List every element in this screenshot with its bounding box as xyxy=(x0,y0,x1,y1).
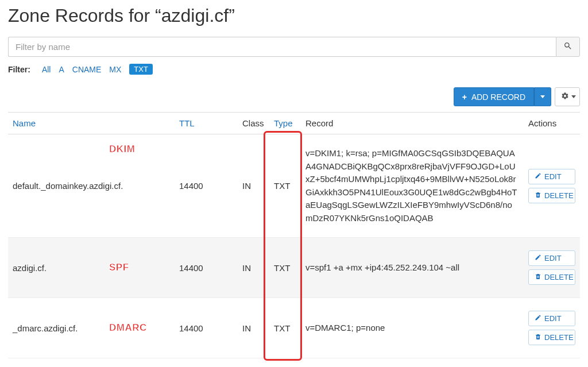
trash-icon xyxy=(535,273,541,281)
pencil-icon xyxy=(535,172,541,181)
table-row: _dmarc.azdigi.cf.DMARC14400INTXTv=DMARC1… xyxy=(8,298,580,358)
cell-ttl: 14400 xyxy=(175,238,238,298)
table-row: azdigi.cf.SPF14400INTXTv=spf1 +a +mx +ip… xyxy=(8,238,580,298)
records-table-wrap: Name TTL Class Type Record Actions defau… xyxy=(8,112,580,358)
cell-name: default._domainkey.azdigi.cf.DKIM xyxy=(8,134,175,238)
delete-label: DELETE xyxy=(544,191,574,200)
annotation-label: DKIM xyxy=(109,144,135,155)
delete-button[interactable]: DELETE xyxy=(528,188,575,203)
page-title: Zone Records for “azdigi.cf” xyxy=(8,5,580,26)
add-record-label: ADD RECORD xyxy=(471,92,525,102)
cell-type: TXT xyxy=(269,134,301,238)
col-ttl[interactable]: TTL xyxy=(175,113,238,134)
pencil-icon xyxy=(535,314,541,323)
record-name: _dmarc.azdigi.cf. xyxy=(13,323,78,333)
add-record-group: + ADD RECORD xyxy=(454,87,551,106)
cell-ttl: 14400 xyxy=(175,298,238,358)
cell-class: IN xyxy=(238,298,269,358)
delete-label: DELETE xyxy=(544,333,574,342)
plus-icon: + xyxy=(462,92,467,102)
filter-txt[interactable]: TXT xyxy=(129,64,153,75)
edit-button[interactable]: EDIT xyxy=(528,311,575,326)
record-name: default._domainkey.azdigi.cf. xyxy=(13,181,123,191)
col-type[interactable]: Type xyxy=(269,113,301,134)
cell-class: IN xyxy=(238,134,269,238)
add-record-button[interactable]: + ADD RECORD xyxy=(454,87,534,106)
filter-label: Filter: xyxy=(8,65,30,74)
record-name: azdigi.cf. xyxy=(13,263,47,273)
trash-icon xyxy=(535,191,541,200)
trash-icon xyxy=(535,333,541,342)
edit-button[interactable]: EDIT xyxy=(528,250,575,266)
edit-label: EDIT xyxy=(544,172,562,181)
cell-record: v=spf1 +a +mx +ip4:45.252.249.104 ~all xyxy=(301,238,524,298)
records-table: Name TTL Class Type Record Actions defau… xyxy=(8,112,580,358)
search-row xyxy=(8,37,580,57)
cell-type: TXT xyxy=(269,298,301,358)
col-name[interactable]: Name xyxy=(8,113,175,134)
filter-all[interactable]: All xyxy=(42,65,51,74)
col-class: Class xyxy=(238,113,269,134)
filter-mx[interactable]: MX xyxy=(109,65,121,74)
cell-record: v=DKIM1; k=rsa; p=MIGfMA0GCSqGSIb3DQEBAQ… xyxy=(301,134,524,238)
delete-button[interactable]: DELETE xyxy=(528,330,575,345)
caret-down-icon xyxy=(571,95,576,98)
edit-label: EDIT xyxy=(544,314,562,323)
cell-actions: EDITDELETE xyxy=(524,298,580,358)
annotation-label: DMARC xyxy=(109,322,147,334)
cell-name: azdigi.cf.SPF xyxy=(8,238,175,298)
filter-cname[interactable]: CNAME xyxy=(72,65,102,74)
col-record: Record xyxy=(301,113,524,134)
toolbar: + ADD RECORD xyxy=(8,87,580,106)
table-row: default._domainkey.azdigi.cf.DKIM14400IN… xyxy=(8,134,580,238)
cell-type: TXT xyxy=(269,238,301,298)
add-record-dropdown[interactable] xyxy=(534,87,551,106)
cell-actions: EDITDELETE xyxy=(524,134,580,238)
cell-ttl: 14400 xyxy=(175,134,238,238)
col-actions: Actions xyxy=(524,113,580,134)
cell-class: IN xyxy=(238,238,269,298)
pencil-icon xyxy=(535,254,541,262)
settings-button[interactable] xyxy=(555,87,580,106)
filter-input[interactable] xyxy=(8,37,556,57)
search-icon xyxy=(563,41,572,52)
filter-a[interactable]: A xyxy=(59,65,64,74)
cell-name: _dmarc.azdigi.cf.DMARC xyxy=(8,298,175,358)
cell-record: v=DMARC1; p=none xyxy=(301,298,524,358)
edit-label: EDIT xyxy=(544,254,562,262)
edit-button[interactable]: EDIT xyxy=(528,169,575,184)
gear-icon xyxy=(561,92,569,102)
search-button[interactable] xyxy=(556,37,580,57)
delete-button[interactable]: DELETE xyxy=(528,269,575,285)
delete-label: DELETE xyxy=(544,273,574,281)
filter-row: Filter: All A CNAME MX TXT xyxy=(8,64,580,75)
annotation-label: SPF xyxy=(109,262,129,273)
cell-actions: EDITDELETE xyxy=(524,238,580,298)
caret-down-icon xyxy=(540,95,545,98)
